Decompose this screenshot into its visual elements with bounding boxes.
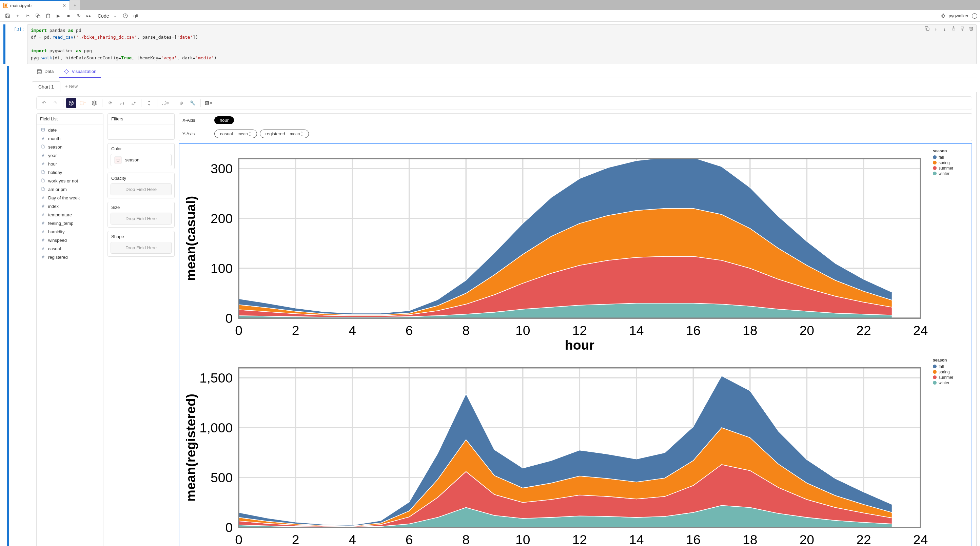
move-up-icon[interactable]: ↑ bbox=[933, 26, 939, 33]
target-icon[interactable]: ⊕ bbox=[176, 98, 186, 108]
restart-icon[interactable]: ↻ bbox=[74, 11, 83, 21]
paste-icon[interactable] bbox=[43, 11, 53, 21]
cut-icon[interactable]: ✂ bbox=[23, 11, 33, 21]
legend-item[interactable]: summer bbox=[933, 375, 970, 380]
field-item[interactable]: #month bbox=[37, 134, 103, 143]
legend-item[interactable]: spring bbox=[933, 370, 970, 374]
svg-marker-9 bbox=[92, 101, 96, 103]
field-item[interactable]: am or pm bbox=[37, 185, 103, 194]
bug-icon[interactable] bbox=[938, 11, 948, 21]
insert-below-icon[interactable] bbox=[959, 26, 966, 33]
expand-y-icon[interactable] bbox=[144, 98, 154, 108]
hash-icon: # bbox=[41, 195, 45, 200]
layers-icon[interactable] bbox=[89, 98, 99, 108]
field-item[interactable]: #registered bbox=[37, 253, 103, 261]
cube-icon[interactable] bbox=[66, 98, 76, 108]
close-icon[interactable]: ✕ bbox=[62, 3, 66, 8]
redo-icon[interactable]: ↷ bbox=[50, 98, 60, 108]
tab-visualization[interactable]: Visualization bbox=[59, 66, 101, 78]
undo-icon[interactable]: ↶ bbox=[39, 98, 49, 108]
cell-type-select[interactable]: Code⌄ bbox=[96, 13, 118, 19]
doc-icon bbox=[41, 145, 45, 150]
x-axis-shelf[interactable]: X-Axis hour bbox=[179, 114, 972, 127]
wrench-icon[interactable]: 🔧 bbox=[188, 98, 198, 108]
field-name: work yes or not bbox=[48, 178, 78, 183]
legend-item[interactable]: winter bbox=[933, 380, 970, 385]
spark-icon bbox=[64, 69, 69, 74]
tab-data[interactable]: Data bbox=[32, 66, 58, 78]
legend-item[interactable]: fall bbox=[933, 155, 970, 160]
chart-canvas[interactable]: 0100200300024681012141618202224mean(casu… bbox=[179, 143, 972, 546]
field-item[interactable]: date bbox=[37, 126, 103, 134]
file-tab-main[interactable]: ▣ main.ipynb ✕ bbox=[0, 0, 70, 10]
field-item[interactable]: #year bbox=[37, 151, 103, 160]
add-cell-icon[interactable]: + bbox=[13, 11, 22, 21]
legend-item[interactable]: spring bbox=[933, 161, 970, 165]
legend-item[interactable]: winter bbox=[933, 171, 970, 176]
legend-item[interactable]: summer bbox=[933, 166, 970, 170]
refresh-icon[interactable]: ⟳ bbox=[105, 98, 115, 108]
sort-asc-icon[interactable] bbox=[128, 98, 138, 108]
svg-rect-10 bbox=[42, 128, 45, 131]
save-icon[interactable] bbox=[3, 11, 12, 21]
field-item[interactable]: #hour bbox=[37, 160, 103, 168]
size-panel[interactable]: Size Drop Field Here bbox=[108, 202, 175, 228]
image-icon[interactable]: 🖼⚙ bbox=[204, 98, 214, 108]
field-list-header: Field List bbox=[37, 114, 103, 124]
opacity-drop[interactable]: Drop Field Here bbox=[111, 183, 172, 195]
field-item[interactable]: season bbox=[37, 143, 103, 151]
color-panel[interactable]: Color season bbox=[108, 143, 175, 169]
field-item[interactable]: #casual bbox=[37, 245, 103, 253]
copy-icon[interactable] bbox=[33, 11, 43, 21]
color-field-pill[interactable]: season bbox=[111, 154, 172, 166]
x-axis-label: X-Axis bbox=[179, 118, 212, 123]
svg-text:24: 24 bbox=[913, 323, 928, 338]
shape-header: Shape bbox=[108, 231, 174, 240]
svg-text:mean(registered): mean(registered) bbox=[183, 394, 198, 501]
shape-drop[interactable]: Drop Field Here bbox=[111, 242, 172, 254]
viz-body: ↶ ↷ ⬚⁺ ⟳ ⛶⚙ bbox=[32, 92, 977, 546]
stop-icon[interactable]: ■ bbox=[64, 11, 73, 21]
move-down-icon[interactable]: ↓ bbox=[942, 26, 948, 33]
new-chart-button[interactable]: + New bbox=[60, 81, 83, 92]
field-item[interactable]: #winspeed bbox=[37, 236, 103, 245]
opacity-panel[interactable]: Opacity Drop Field Here bbox=[108, 173, 175, 198]
x-field-pill[interactable]: hour bbox=[214, 116, 234, 124]
code-editor[interactable]: ↑ ↓ import pandas as pddf = pd.read_csv(… bbox=[27, 24, 977, 64]
y-axis-shelf[interactable]: Y-Axis casualmean ⌃⌄registeredmean ⌃⌄ bbox=[179, 127, 972, 141]
y-field-pill[interactable]: casualmean ⌃⌄ bbox=[214, 129, 257, 138]
kernel-name[interactable]: pygwalker bbox=[948, 13, 969, 18]
shape-panel[interactable]: Shape Drop Field Here bbox=[108, 231, 175, 257]
run-all-icon[interactable]: ▸▸ bbox=[84, 11, 94, 21]
kernel-status-icon[interactable] bbox=[972, 13, 977, 19]
viz-mode-tabs: Data Visualization bbox=[32, 66, 977, 78]
field-item[interactable]: #feeling_temp bbox=[37, 219, 103, 228]
field-item[interactable]: work yes or not bbox=[37, 177, 103, 185]
magnify-icon[interactable]: ⬚⁺ bbox=[78, 98, 88, 108]
run-icon[interactable]: ▶ bbox=[54, 11, 63, 21]
trash-icon[interactable] bbox=[114, 156, 122, 164]
chart-tab-1[interactable]: Chart 1 bbox=[32, 81, 60, 92]
field-item[interactable]: #index bbox=[37, 202, 103, 211]
legend-item[interactable]: fall bbox=[933, 364, 970, 369]
delete-cell-icon[interactable] bbox=[968, 26, 974, 33]
field-item[interactable]: #humidity bbox=[37, 228, 103, 236]
hash-icon: # bbox=[41, 161, 45, 166]
field-name: year bbox=[48, 153, 57, 158]
field-item[interactable]: #temperature bbox=[37, 211, 103, 219]
history-icon[interactable] bbox=[120, 11, 130, 21]
field-item[interactable]: holiday bbox=[37, 168, 103, 177]
sort-desc-icon[interactable] bbox=[117, 98, 127, 108]
field-item[interactable]: #Day of the week bbox=[37, 194, 103, 202]
code-cell[interactable]: [3]: ↑ ↓ import pandas as pddf = pd.read… bbox=[3, 24, 977, 64]
y-field-pill[interactable]: registeredmean ⌃⌄ bbox=[260, 129, 309, 138]
size-drop[interactable]: Drop Field Here bbox=[111, 213, 172, 224]
cell-output: Data Visualization Chart 1 + New ↶ ↷ bbox=[3, 64, 977, 546]
new-tab-button[interactable]: + bbox=[70, 0, 80, 10]
insert-above-icon[interactable] bbox=[950, 26, 956, 33]
git-button[interactable]: git bbox=[133, 13, 138, 18]
fullscreen-icon[interactable]: ⛶⚙ bbox=[160, 98, 170, 108]
filters-panel[interactable]: Filters bbox=[108, 113, 175, 140]
svg-text:10: 10 bbox=[515, 323, 530, 338]
duplicate-cell-icon[interactable] bbox=[924, 26, 930, 33]
